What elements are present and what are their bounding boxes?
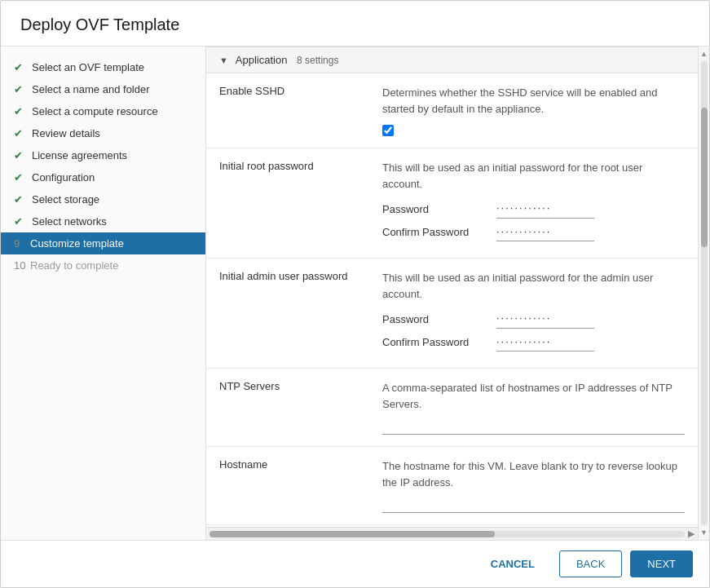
setting-description-ntp-servers: A comma-separated list of hostnames or I… xyxy=(382,380,685,412)
setting-label-enable-sshd: Enable SSHD xyxy=(206,73,369,148)
vscroll-track xyxy=(701,61,708,525)
confirm-label-initial-root-password: Confirm Password xyxy=(382,224,496,241)
section-header: ▼ Application 8 settings xyxy=(206,47,698,73)
password-row-initial-root-password: Password············ xyxy=(382,200,685,219)
password-label-initial-admin-password: Password xyxy=(382,312,496,328)
setting-label-hostname: Hostname xyxy=(206,447,369,525)
scroll-wrapper[interactable]: ▼ Application 8 settings Enable SSHDDete… xyxy=(206,46,698,527)
next-button[interactable]: NEXT xyxy=(630,550,693,577)
setting-row-hostname: HostnameThe hostname for this VM. Leave … xyxy=(206,447,698,525)
password-label-initial-root-password: Password xyxy=(382,201,496,218)
sidebar-item-step5[interactable]: ✔License agreements xyxy=(1,144,205,166)
setting-label-initial-admin-password: Initial admin user password xyxy=(206,259,369,369)
collapse-icon[interactable]: ▼ xyxy=(219,55,228,65)
dialog-footer: CANCEL BACK NEXT xyxy=(1,540,709,587)
content-area: ▼ Application 8 settings Enable SSHDDete… xyxy=(206,46,698,540)
horizontal-scrollbar[interactable]: ▶ xyxy=(206,527,698,540)
dialog-title: Deploy OVF Template xyxy=(1,1,709,46)
sidebar-item-label: Customize template xyxy=(30,237,124,250)
sidebar-item-label: Select storage xyxy=(32,193,99,206)
sidebar-item-label: Ready to complete xyxy=(30,259,118,272)
cancel-button[interactable]: CANCEL xyxy=(474,551,551,577)
checkmark-icon: ✔ xyxy=(14,171,27,183)
checkmark-icon: ✔ xyxy=(14,127,27,139)
sidebar-item-step2[interactable]: ✔Select a name and folder xyxy=(1,78,205,100)
sidebar-item-label: License agreements xyxy=(32,149,127,161)
confirm-dots-initial-admin-password[interactable]: ············ xyxy=(496,334,594,352)
checkmark-icon: ✔ xyxy=(14,149,27,161)
settings-table: ▼ Application 8 settings Enable SSHDDete… xyxy=(206,46,698,525)
password-dots-initial-root-password[interactable]: ············ xyxy=(496,200,594,219)
setting-row-ntp-servers: NTP ServersA comma-separated list of hos… xyxy=(206,369,698,447)
setting-detail-initial-root-password: This will be used as an initial password… xyxy=(369,148,698,259)
vscroll-thumb xyxy=(701,108,708,247)
deploy-ovf-dialog: Deploy OVF Template ✔Select an OVF templ… xyxy=(0,0,710,588)
confirm-label-initial-admin-password: Confirm Password xyxy=(382,334,496,351)
step-number: 10 xyxy=(14,259,27,272)
hscroll-track xyxy=(209,531,685,537)
step-number: 9 xyxy=(14,237,27,250)
setting-detail-hostname: The hostname for this VM. Leave blank to… xyxy=(369,447,698,525)
password-row-initial-admin-password: Password············ xyxy=(382,310,685,329)
sidebar-item-step9[interactable]: 9Customize template xyxy=(1,232,205,254)
main-content: ▼ Application 8 settings Enable SSHDDete… xyxy=(206,46,709,540)
vscroll-up-arrow[interactable]: ▲ xyxy=(699,48,709,60)
vscroll-down-arrow[interactable]: ▼ xyxy=(699,527,709,538)
setting-description-hostname: The hostname for this VM. Leave blank to… xyxy=(382,458,685,490)
checkmark-icon: ✔ xyxy=(14,215,27,228)
setting-description-initial-root-password: This will be used as an initial password… xyxy=(382,160,685,192)
setting-detail-ntp-servers: A comma-separated list of hostnames or I… xyxy=(369,369,698,447)
checkmark-icon: ✔ xyxy=(14,61,27,73)
sidebar-item-label: Configuration xyxy=(32,171,95,183)
text-input-hostname[interactable] xyxy=(382,498,685,513)
hscroll-right-arrow[interactable]: ▶ xyxy=(688,528,695,539)
checkmark-icon: ✔ xyxy=(14,193,27,206)
setting-row-initial-admin-password: Initial admin user passwordThis will be … xyxy=(206,259,698,369)
setting-row-enable-sshd: Enable SSHDDetermines whether the SSHD s… xyxy=(206,73,698,148)
sidebar-item-label: Select an OVF template xyxy=(32,61,144,73)
confirm-dots-initial-root-password[interactable]: ············ xyxy=(496,223,594,242)
checkbox-wrap-enable-sshd xyxy=(382,125,685,136)
sidebar-item-step4[interactable]: ✔Review details xyxy=(1,122,205,144)
checkmark-icon: ✔ xyxy=(14,83,27,95)
sidebar-item-label: Select networks xyxy=(32,215,107,228)
section-count: 8 settings xyxy=(297,55,338,66)
sidebar-item-step3[interactable]: ✔Select a compute resource xyxy=(1,100,205,122)
confirm-row-initial-admin-password: Confirm Password············ xyxy=(382,334,685,352)
sidebar-item-step7[interactable]: ✔Select storage xyxy=(1,188,205,210)
sidebar-item-label: Select a compute resource xyxy=(32,105,158,117)
sidebar-item-step6[interactable]: ✔Configuration xyxy=(1,166,205,188)
sidebar-item-step8[interactable]: ✔Select networks xyxy=(1,210,205,232)
sidebar: ✔Select an OVF template✔Select a name an… xyxy=(1,46,206,540)
setting-row-initial-root-password: Initial root passwordThis will be used a… xyxy=(206,148,698,259)
hscroll-thumb xyxy=(209,531,495,537)
dialog-body: ✔Select an OVF template✔Select a name an… xyxy=(1,46,709,540)
password-dots-initial-admin-password[interactable]: ············ xyxy=(496,310,594,329)
text-input-ntp-servers[interactable] xyxy=(382,420,685,435)
confirm-row-initial-root-password: Confirm Password············ xyxy=(382,223,685,242)
setting-label-initial-root-password: Initial root password xyxy=(206,148,369,259)
setting-detail-initial-admin-password: This will be used as an initial password… xyxy=(369,259,698,369)
sidebar-item-label: Select a name and folder xyxy=(32,83,150,95)
setting-description-enable-sshd: Determines whether the SSHD service will… xyxy=(382,85,685,117)
setting-label-ntp-servers: NTP Servers xyxy=(206,369,369,447)
setting-detail-enable-sshd: Determines whether the SSHD service will… xyxy=(369,73,698,148)
setting-description-initial-admin-password: This will be used as an initial password… xyxy=(382,270,685,302)
back-button[interactable]: BACK xyxy=(559,550,622,577)
checkmark-icon: ✔ xyxy=(14,105,27,117)
sidebar-item-step1[interactable]: ✔Select an OVF template xyxy=(1,56,205,78)
sidebar-item-label: Review details xyxy=(32,127,100,139)
vertical-scrollbar[interactable]: ▲ ▼ xyxy=(698,46,709,540)
section-label: Application xyxy=(236,54,288,66)
sidebar-item-step10: 10Ready to complete xyxy=(1,254,205,276)
checkbox-enable-sshd[interactable] xyxy=(382,125,394,136)
